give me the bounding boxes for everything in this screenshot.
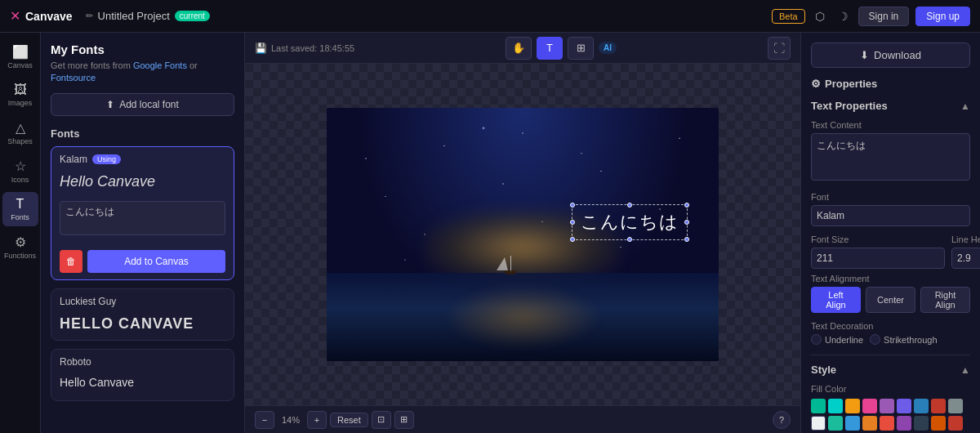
project-info: ✏ Untitled Project current	[86, 10, 210, 22]
font-card-kalam: Kalam Using Hello Canvave こんにちは 🗑 Add to…	[51, 146, 234, 280]
resize-handle-mr[interactable]	[684, 220, 689, 225]
resize-handle-br[interactable]	[684, 237, 689, 242]
align-center-button[interactable]: Center	[866, 287, 915, 313]
underline-option[interactable]: Underline	[811, 334, 863, 345]
resize-handle-bm[interactable]	[627, 237, 632, 242]
text-content-input[interactable]: こんにちは	[811, 133, 970, 181]
logo-text: Canvave	[25, 10, 73, 23]
align-right-button[interactable]: Right Align	[920, 287, 970, 313]
text-tool-button[interactable]: T	[537, 37, 563, 60]
strikethrough-option[interactable]: Strikethrough	[870, 334, 937, 345]
current-badge: current	[175, 11, 210, 21]
fit-button[interactable]: ⊡	[372, 411, 391, 429]
line-height-input[interactable]	[951, 248, 980, 269]
canvas-scroll-area[interactable]: こんにちは	[245, 64, 800, 405]
sign-up-button[interactable]: Sign up	[915, 7, 970, 26]
resize-handle-tm[interactable]	[627, 203, 632, 208]
color-swatch[interactable]	[948, 399, 963, 413]
icons-icon: ☆	[15, 158, 26, 174]
hand-tool-button[interactable]: ✋	[506, 37, 532, 60]
my-fonts-subtitle: Get more fonts from Google Fonts or Font…	[51, 60, 234, 85]
resize-handle-tl[interactable]	[570, 203, 575, 208]
sidebar-item-icons[interactable]: ☆ Icons	[2, 154, 38, 189]
zoom-controls: − 14% + Reset ⊡ ⊞	[255, 411, 414, 429]
canvas-toolbar: 💾 Last saved: 18:45:55 ✋ T ⊞ AI ⛶	[245, 33, 800, 64]
font-preview-luckiest: HELLO CANVAVE	[51, 310, 234, 340]
topbar: ✕ Canvave ✏ Untitled Project current Bet…	[0, 0, 980, 33]
project-name-label: Untitled Project	[98, 10, 170, 22]
font-select[interactable]: Kalam	[811, 205, 970, 226]
strikethrough-radio[interactable]	[870, 334, 880, 345]
font-text-input-kalam[interactable]: こんにちは	[60, 201, 225, 235]
google-fonts-link[interactable]: Google Fonts	[133, 60, 187, 70]
trash-icon: 🗑	[66, 256, 76, 267]
font-name-kalam: Kalam	[60, 154, 87, 165]
color-swatch[interactable]	[880, 399, 894, 413]
color-swatch[interactable]	[948, 416, 963, 431]
color-swatch[interactable]	[880, 416, 894, 431]
color-swatch[interactable]	[931, 399, 946, 413]
font-name-luckiest: Luckiest Guy	[60, 296, 116, 307]
resize-handle-bl[interactable]	[570, 237, 575, 242]
canvas-toolbar-center: ✋ T ⊞ AI	[506, 37, 617, 60]
color-swatch[interactable]	[811, 416, 826, 431]
sidebar-item-canvas[interactable]: ⬜ Canvas	[2, 39, 38, 74]
download-button[interactable]: ⬇ Download	[811, 42, 970, 68]
sidebar-item-fonts[interactable]: T Fonts	[2, 192, 38, 226]
resize-handle-tr[interactable]	[684, 203, 689, 208]
color-swatch[interactable]	[914, 416, 929, 431]
font-size-input[interactable]	[811, 248, 945, 269]
grid-button[interactable]: ⊞	[394, 411, 414, 429]
text-properties-section: Text Properties ▲ Text Content こんにちは Fon…	[811, 100, 970, 345]
sidebar-item-images[interactable]: 🖼 Images	[2, 78, 38, 112]
sidebar-item-functions[interactable]: ⚙ Functions	[2, 230, 38, 265]
canvas-bottom-bar: − 14% + Reset ⊡ ⊞ ?	[245, 405, 800, 433]
add-to-canvas-button-kalam[interactable]: Add to Canvas	[87, 250, 225, 273]
help-button[interactable]: ?	[773, 411, 791, 429]
boat	[503, 256, 518, 280]
font-preview-kalam: Hello Canvave	[51, 168, 234, 198]
github-icon[interactable]: ⬡	[812, 7, 828, 26]
fontsource-link[interactable]: Fontsource	[51, 73, 96, 83]
canvas-text-content: こんにちは	[581, 212, 679, 232]
reset-zoom-button[interactable]: Reset	[330, 413, 368, 427]
collapse-text-props-button[interactable]: ▲	[960, 100, 970, 112]
sign-in-button[interactable]: Sign in	[858, 7, 910, 26]
font-card-roboto-header: Roboto	[51, 350, 234, 371]
sidebar-item-shapes[interactable]: △ Shapes	[2, 115, 38, 150]
color-swatch[interactable]	[897, 416, 911, 431]
fill-color-label: Fill Color	[811, 384, 970, 394]
line-height-label: Line Height	[951, 234, 980, 244]
functions-icon: ⚙	[15, 234, 26, 250]
collapse-style-button[interactable]: ▲	[960, 364, 970, 376]
canvas-text-element[interactable]: こんにちは	[572, 204, 688, 240]
water-glow	[444, 285, 601, 349]
font-name-roboto: Roboto	[60, 356, 91, 368]
color-swatch[interactable]	[862, 416, 877, 431]
color-swatch[interactable]	[845, 399, 860, 413]
color-swatch[interactable]	[914, 399, 929, 413]
zoom-in-button[interactable]: +	[307, 411, 327, 429]
align-left-button[interactable]: Left Align	[811, 287, 861, 313]
underline-radio[interactable]	[811, 334, 822, 345]
theme-toggle-icon[interactable]: ☽	[835, 7, 852, 26]
color-swatch[interactable]	[897, 399, 911, 413]
color-swatch[interactable]	[931, 416, 946, 431]
add-local-font-button[interactable]: ⬆ Add local font	[51, 93, 234, 116]
zoom-out-button[interactable]: −	[255, 411, 274, 429]
images-icon: 🖼	[14, 83, 27, 97]
font-card-roboto: Roboto Hello Canvave	[51, 349, 234, 401]
resize-handle-ml[interactable]	[570, 220, 575, 225]
color-swatch[interactable]	[811, 399, 826, 413]
image-tool-button[interactable]: ⊞	[568, 37, 594, 60]
color-swatch[interactable]	[862, 399, 877, 413]
color-swatch[interactable]	[828, 399, 843, 413]
canvas-area: 💾 Last saved: 18:45:55 ✋ T ⊞ AI ⛶	[245, 33, 800, 433]
color-swatch[interactable]	[845, 416, 860, 431]
active-tool-badge: AI	[599, 42, 617, 54]
logo-icon: ✕	[10, 8, 20, 24]
logo: ✕ Canvave	[10, 8, 73, 24]
delete-font-button-kalam[interactable]: 🗑	[60, 250, 82, 273]
color-swatch[interactable]	[828, 416, 843, 431]
fullscreen-button[interactable]: ⛶	[768, 37, 791, 60]
